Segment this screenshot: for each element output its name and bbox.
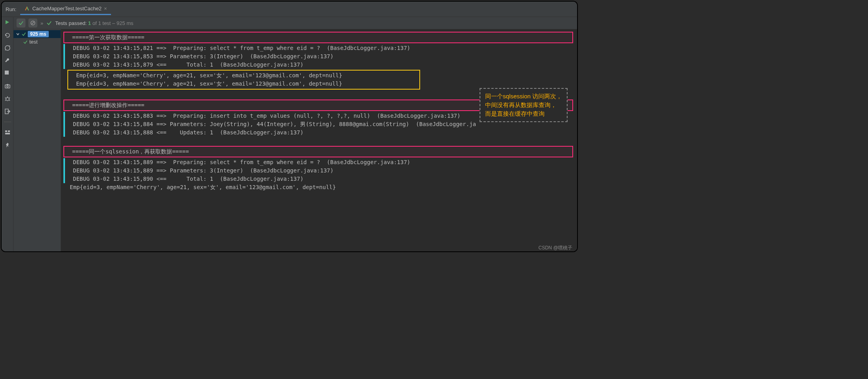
log-line: DEBUG 03-02 13:43:15,879 <== Total: 1 (B…: [68, 61, 573, 69]
log-line: DEBUG 03-02 13:43:15,853 ==> Parameters:…: [68, 52, 573, 61]
run-tab[interactable]: CacheMapperTest.testCache2 ×: [20, 3, 111, 15]
log-block-1: DEBUG 03-02 13:43:15,821 ==> Preparing: …: [63, 44, 573, 69]
annotation-box: 同一个sqlsession 访问两次， 中间没有再从数据库查询， 而是直接在缓存…: [480, 88, 568, 122]
tree-child[interactable]: test: [13, 38, 61, 46]
svg-rect-7: [8, 130, 10, 132]
test-tree[interactable]: 925 ms test: [13, 29, 61, 251]
ide-window: Run: CacheMapperTest.testCache2 ×: [1, 1, 578, 252]
root-duration: 925 ms: [28, 31, 49, 37]
tab-title: CacheMapperTest.testCache2: [32, 6, 101, 11]
tests-passed-count: 1: [88, 20, 91, 26]
log-line: DEBUG 03-02 13:43:15,889 ==> Parameters:…: [68, 167, 573, 175]
bug-icon[interactable]: [4, 96, 11, 102]
rerun-failed-icon[interactable]: [4, 32, 11, 38]
tab-icon: [24, 6, 30, 11]
toggle-auto-test-icon[interactable]: [4, 45, 11, 51]
svg-rect-8: [5, 133, 10, 134]
svg-rect-6: [5, 130, 7, 132]
camera-icon[interactable]: [4, 83, 11, 89]
annotation-line: 中间没有再从数据库查询，: [485, 101, 562, 109]
show-passed-toggle[interactable]: [17, 19, 25, 27]
log-line: DEBUG 03-02 13:43:15,821 ==> Preparing: …: [68, 44, 573, 52]
tests-duration: – 925 ms: [112, 20, 133, 26]
check-icon: [21, 32, 26, 36]
svg-point-2: [7, 86, 8, 87]
run-icon[interactable]: [4, 19, 11, 26]
emp-block: Emp{eid=3, empName='Cherry', age=21, sex…: [63, 69, 573, 90]
tree-root[interactable]: 925 ms: [13, 30, 61, 38]
tests-passed-label: Tests passed:: [55, 20, 87, 26]
run-label: Run:: [6, 6, 16, 12]
layout-icon[interactable]: [4, 129, 11, 136]
check-icon: [46, 20, 52, 26]
check-icon: [23, 40, 28, 44]
section-header-3: =====同一个sqlsession，再获取数据=====: [63, 146, 573, 157]
chevrons-icon: »: [40, 20, 43, 26]
annotation-line: 而是直接在缓存中查询: [485, 109, 562, 118]
log-line: DEBUG 03-02 13:43:15,889 ==> Preparing: …: [68, 158, 573, 167]
annotation-line: 同一个sqlsession 访问两次，: [485, 92, 562, 101]
watermark: CSDN @嘿桃子: [538, 245, 572, 251]
stop-icon[interactable]: [4, 70, 11, 77]
close-icon[interactable]: ×: [104, 6, 107, 11]
svg-point-4: [6, 98, 9, 101]
title-bar: Run: CacheMapperTest.testCache2 ×: [2, 2, 577, 17]
tests-total: of 1 test: [92, 20, 111, 26]
chevron-down-icon: [16, 32, 20, 36]
main-area: » Tests passed: 1 of 1 test – 925 ms 925…: [2, 17, 577, 251]
console-output[interactable]: =====第一次获取数据===== DEBUG 03-02 13:43:15,8…: [61, 29, 577, 251]
pin-icon[interactable]: [4, 142, 11, 148]
svg-rect-1: [5, 85, 10, 88]
section-header-1: =====第一次获取数据=====: [63, 32, 573, 43]
exit-icon[interactable]: [4, 108, 11, 115]
emp-line: Emp{eid=3, empName='Cherry', age=21, sex…: [71, 80, 416, 88]
body-area: 925 ms test =====第一次获取数据===== DEBUG 03-0…: [13, 29, 577, 251]
log-line: DEBUG 03-02 13:43:15,888 <== Updates: 1 …: [68, 128, 573, 137]
show-ignored-toggle[interactable]: [29, 19, 37, 27]
tree-child-label: test: [29, 39, 38, 45]
content-pane: » Tests passed: 1 of 1 test – 925 ms 925…: [13, 17, 577, 251]
left-gutter: [2, 17, 13, 251]
tests-summary: Tests passed: 1 of 1 test – 925 ms: [55, 20, 133, 26]
log-line: DEBUG 03-02 13:43:15,890 <== Total: 1 (B…: [68, 175, 573, 183]
svg-rect-0: [5, 71, 9, 75]
test-toolbar: » Tests passed: 1 of 1 test – 925 ms: [13, 17, 577, 29]
wrench-icon[interactable]: [4, 57, 11, 64]
svg-rect-3: [7, 84, 8, 85]
log-block-3: DEBUG 03-02 13:43:15,889 ==> Preparing: …: [63, 158, 573, 183]
emp-line: Emp{eid=3, empName='Cherry', age=21, sex…: [63, 183, 573, 191]
emp-line: Emp{eid=3, empName='Cherry', age=21, sex…: [71, 71, 416, 80]
